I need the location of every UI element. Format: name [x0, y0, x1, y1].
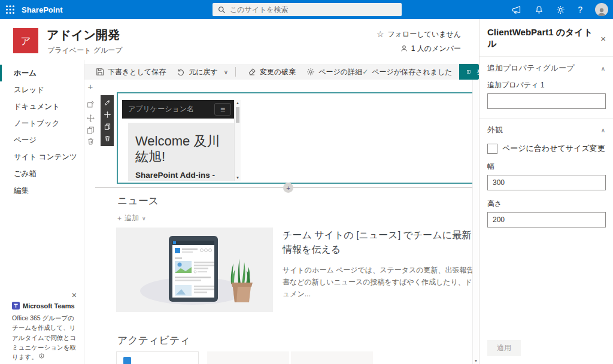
- hamburger-menu-icon[interactable]: ≡: [214, 103, 231, 116]
- news-placeholder-card: チーム サイトの [ニュース] でチームに最新情報を伝える サイトのホーム ペー…: [116, 228, 479, 312]
- announcement-megaphone-icon[interactable]: [512, 5, 522, 14]
- main-content: 下書きとして保存 元に戻す ∨ 変更の破棄 ページの詳細 ✓ ページが保存されま…: [84, 60, 479, 364]
- activity-section-title: アクティビティ: [117, 333, 190, 347]
- undo-chevron-down-icon[interactable]: ∨: [224, 69, 228, 75]
- appearance-group-header[interactable]: 外観 ∧: [480, 119, 613, 140]
- notifications-bell-icon[interactable]: [535, 5, 544, 14]
- app-title[interactable]: SharePoint: [22, 0, 63, 19]
- undo-button[interactable]: 元に戻す: [177, 67, 218, 77]
- properties-group-header[interactable]: 追加プロパティグループ ∧: [480, 57, 613, 78]
- resize-checkbox[interactable]: [487, 144, 497, 154]
- app-launcher-waffle-icon[interactable]: [0, 0, 20, 19]
- edit-section-icon[interactable]: [87, 101, 95, 108]
- resize-checkbox-label: ページに合わせてサイズ変更: [502, 143, 605, 154]
- webpart-toolbar: [101, 95, 114, 146]
- app-scrollbar[interactable]: ▲ ▼: [234, 100, 241, 181]
- info-icon[interactable]: [39, 353, 44, 359]
- news-section-title: ニュース: [117, 194, 159, 208]
- nav-item-notebook[interactable]: ノートブック: [0, 115, 84, 132]
- waffle-icon: [5, 5, 15, 14]
- webpart-app-frame: アプリケーション名 ≡ Welcome 及川紘旭! SharePoint Add…: [122, 100, 241, 181]
- resize-to-page-option[interactable]: ページに合わせてサイズ変更: [480, 140, 613, 156]
- promo-close-icon[interactable]: ×: [72, 291, 77, 299]
- search-input[interactable]: [230, 5, 396, 14]
- news-placeholder-image[interactable]: [116, 228, 273, 312]
- members-label: 1 人のメンバー: [411, 44, 461, 54]
- scroll-down-icon[interactable]: ▼: [235, 175, 241, 181]
- news-placeholder-text[interactable]: チーム サイトの [ニュース] でチームに最新情報を伝える サイトのホーム ペー…: [283, 228, 479, 312]
- publish-icon: [467, 68, 471, 75]
- follow-label: フォローしていません: [387, 29, 461, 40]
- teams-promo: × Microsoft Teams Office 365 グループのチームを作成…: [0, 287, 84, 364]
- news-card-title: チーム サイトの [ニュース] でチームに最新情報を伝える: [283, 228, 479, 257]
- star-icon: ☆: [377, 30, 384, 38]
- apply-button[interactable]: 適用: [487, 340, 521, 356]
- nav-item-thread[interactable]: スレッド: [0, 81, 84, 98]
- left-nav: ホーム スレッド ドキュメント ノートブック ページ サイト コンテンツ ごみ箱…: [0, 60, 84, 364]
- discard-icon: [248, 68, 256, 76]
- nav-item-documents[interactable]: ドキュメント: [0, 98, 84, 115]
- members-link[interactable]: 1 人のメンバー: [377, 43, 461, 54]
- panel-header: ClientWebPart1 のタイトル ×: [480, 19, 613, 56]
- scrollbar-thumb[interactable]: [236, 107, 239, 123]
- activity-card[interactable]: [207, 351, 289, 364]
- tablet-plant-illustration: [116, 228, 273, 312]
- scroll-up-icon[interactable]: ▲: [235, 100, 241, 106]
- move-webpart-icon[interactable]: [104, 111, 111, 118]
- height-input[interactable]: [487, 212, 606, 228]
- client-webpart[interactable]: アプリケーション名 ≡ Welcome 及川紘旭! SharePoint Add…: [117, 92, 474, 184]
- welcome-text: Welcome 及川紘旭!: [135, 134, 227, 165]
- height-label: 高さ: [480, 190, 613, 212]
- teams-promo-title: Microsoft Teams: [23, 302, 75, 310]
- site-header: ア アドイン開発 プライベート グループ ☆ フォローしていません 1 人のメン…: [0, 19, 479, 60]
- nav-item-recycle-bin[interactable]: ごみ箱: [0, 165, 84, 182]
- activity-card[interactable]: [116, 351, 199, 364]
- nav-item-home[interactable]: ホーム: [0, 65, 84, 81]
- site-search-box[interactable]: [213, 3, 402, 16]
- help-icon[interactable]: ?: [578, 5, 582, 14]
- duplicate-section-icon[interactable]: [87, 126, 95, 134]
- webpart-property-panel: ClientWebPart1 のタイトル × 追加プロパティグループ ∧ 追加プ…: [479, 19, 613, 364]
- duplicate-webpart-icon[interactable]: [104, 123, 111, 130]
- prop1-input[interactable]: [487, 93, 606, 109]
- search-icon: [218, 6, 226, 14]
- nav-item-pages[interactable]: ページ: [0, 132, 84, 148]
- delete-webpart-icon[interactable]: [104, 135, 111, 142]
- width-input[interactable]: [487, 175, 606, 190]
- user-avatar[interactable]: [595, 3, 608, 16]
- save-draft-button[interactable]: 下書きとして保存: [96, 67, 166, 77]
- member-person-icon: [400, 45, 408, 52]
- spacer: [480, 109, 613, 118]
- nav-item-edit[interactable]: 編集: [0, 182, 84, 199]
- discard-changes-button[interactable]: 変更の破棄: [248, 67, 296, 77]
- move-section-icon[interactable]: [87, 114, 95, 122]
- command-bar-divider: [235, 67, 236, 77]
- add-webpart-button[interactable]: +: [283, 183, 293, 193]
- page-details-button[interactable]: ページの詳細: [306, 67, 362, 77]
- section-edit-strip: +: [86, 82, 95, 145]
- page-canvas: + アプリケーション名 ≡ Welcome 及川紘旭! SharePoint A…: [84, 80, 479, 364]
- card-gap: [199, 351, 207, 364]
- activity-cards: [116, 351, 373, 364]
- news-add-button[interactable]: + 追加 ∨: [117, 213, 146, 223]
- prop1-label: 追加プロパティ 1: [480, 78, 613, 93]
- teams-promo-header: Microsoft Teams: [12, 302, 78, 310]
- app-title[interactable]: アプリケーション名: [128, 104, 194, 114]
- activity-card[interactable]: [291, 351, 373, 364]
- add-section-icon[interactable]: +: [88, 82, 93, 91]
- settings-gear-icon[interactable]: [556, 5, 565, 14]
- canvas-scroll-down-icon[interactable]: ▼: [473, 358, 479, 364]
- site-privacy-label: プライベート グループ: [47, 46, 123, 56]
- canvas-scrollbar[interactable]: ▼: [472, 80, 479, 364]
- site-logo[interactable]: ア: [13, 28, 38, 53]
- site-title[interactable]: アドイン開発: [47, 27, 120, 43]
- undo-icon: [177, 68, 185, 76]
- nav-list: ホーム スレッド ドキュメント ノートブック ページ サイト コンテンツ ごみ箱…: [0, 60, 84, 199]
- follow-button[interactable]: ☆ フォローしていません: [377, 28, 461, 40]
- delete-section-icon[interactable]: [87, 138, 95, 145]
- edit-webpart-pencil-icon[interactable]: [104, 99, 111, 106]
- panel-close-icon[interactable]: ×: [600, 34, 606, 43]
- app-subtitle: SharePoint Add-ins -: [135, 171, 227, 180]
- nav-item-site-contents[interactable]: サイト コンテンツ: [0, 148, 84, 165]
- panel-title: ClientWebPart1 のタイトル: [487, 27, 600, 50]
